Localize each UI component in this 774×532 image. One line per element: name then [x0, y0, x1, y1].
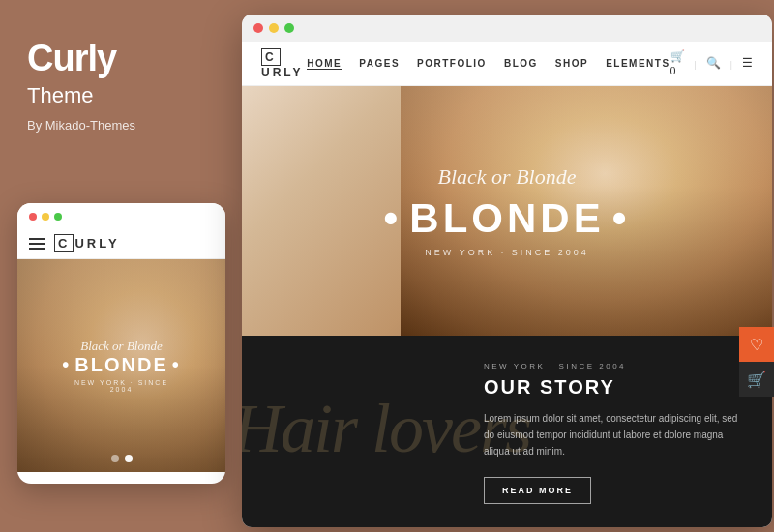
nav-item-blog[interactable]: BLOG: [504, 58, 538, 69]
mobile-traffic-lights: [29, 213, 62, 221]
desktop-hero-location: NEW YORK · SINCE 2004: [384, 248, 631, 257]
mobile-header: [17, 203, 225, 228]
mobile-hero-dot-left: •: [62, 354, 71, 376]
mobile-hero-title: BLONDE: [74, 354, 167, 376]
nav-item-pages[interactable]: PAGES: [359, 58, 400, 69]
desktop-story-title: OUR STORY: [484, 376, 743, 399]
desktop-story-location: NEW YORK · SINCE 2004: [484, 362, 743, 370]
mobile-hero: Black or Blonde • BLONDE • NEW YORK · SI…: [17, 259, 225, 472]
desktop-nav-menu: HOME PAGES PORTFOLIO BLOG SHOP ELEMENTS: [307, 58, 670, 70]
nav-item-elements[interactable]: ELEMENTS: [606, 58, 670, 69]
desktop-nav-logo: CURLY: [261, 48, 307, 79]
sidebar-title: Curly: [27, 38, 116, 78]
nav-item-home[interactable]: HOME: [307, 58, 342, 70]
read-more-button[interactable]: READ MORE: [484, 477, 591, 504]
nav-item-portfolio[interactable]: PORTFOLIO: [417, 58, 487, 69]
mobile-hero-text: Black or Blonde • BLONDE • NEW YORK · SI…: [62, 339, 180, 393]
desktop-nav: CURLY HOME PAGES PORTFOLIO BLOG SHOP ELE…: [242, 42, 772, 86]
sidebar-subtitle: Theme: [27, 83, 213, 108]
desktop-mockup: CURLY HOME PAGES PORTFOLIO BLOG SHOP ELE…: [242, 15, 772, 527]
mobile-logo-box: C: [54, 234, 74, 252]
fab-wishlist-button[interactable]: ♡: [739, 327, 774, 362]
mobile-hamburger-icon[interactable]: [29, 238, 45, 250]
menu-icon[interactable]: ☰: [742, 56, 753, 71]
desktop-hero-title: BLONDE: [409, 195, 604, 242]
mobile-hero-cursive: Black or Blonde: [62, 339, 180, 354]
mobile-hero-dot-right: •: [172, 354, 181, 376]
mobile-mockup: CURLY Black or Blonde • BLONDE • NEW YOR…: [17, 203, 225, 484]
mobile-indicator-2[interactable]: [125, 455, 133, 462]
cart-icon[interactable]: 🛒 0: [670, 49, 685, 78]
mobile-logo: CURLY: [54, 234, 120, 252]
mobile-dot-yellow: [42, 213, 49, 221]
desktop-hero-blonde: • BLONDE •: [384, 195, 631, 242]
desktop-hero-cursive: Black or Blonde: [384, 164, 631, 190]
nav-item-shop[interactable]: SHOP: [555, 58, 588, 69]
mobile-slide-indicators: [111, 455, 133, 462]
fab-container: ♡ 🛒: [739, 327, 774, 397]
sidebar-by: By Mikado-Themes: [27, 118, 213, 133]
desktop-dot-yellow[interactable]: [269, 23, 279, 33]
desktop-hero-dot-right: •: [612, 195, 631, 242]
search-icon[interactable]: 🔍: [706, 56, 721, 71]
desktop-hero-dot-left: •: [384, 195, 402, 242]
desktop-story-body: Lorem ipsum dolor sit amet, consectetur …: [484, 410, 743, 459]
desktop-story-section: Hair lovers NEW YORK · SINCE 2004 OUR ST…: [242, 336, 772, 527]
desktop-story-content: NEW YORK · SINCE 2004 OUR STORY Lorem ip…: [484, 362, 743, 504]
fab-cart-button[interactable]: 🛒: [739, 362, 774, 397]
desktop-dot-red[interactable]: [253, 23, 263, 33]
desktop-titlebar: [242, 15, 772, 42]
mobile-hero-blonde: • BLONDE •: [62, 354, 180, 376]
desktop-nav-icons: 🛒 0 | 🔍 | ☰: [670, 49, 753, 78]
mobile-dot-green: [54, 213, 62, 221]
desktop-logo-box: C: [261, 48, 281, 66]
mobile-dot-red: [29, 213, 37, 221]
desktop-hero: Black or Blonde • BLONDE • NEW YORK · SI…: [242, 86, 772, 336]
mobile-hero-location: NEW YORK · SINCE 2004: [62, 379, 180, 393]
desktop-dot-green[interactable]: [284, 23, 294, 33]
mobile-indicator-1[interactable]: [111, 455, 119, 462]
desktop-hero-text: Black or Blonde • BLONDE • NEW YORK · SI…: [384, 164, 631, 257]
